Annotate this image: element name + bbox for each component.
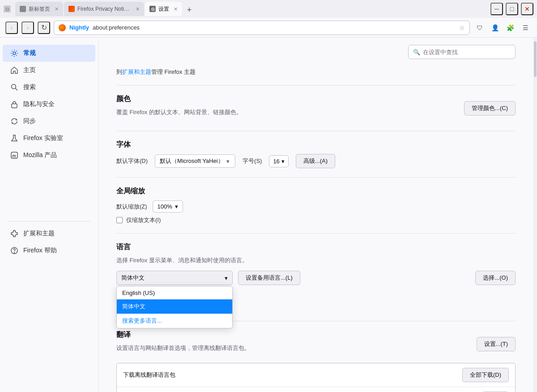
tab-new-tab[interactable]: 新标签页 ✕ [15, 2, 63, 16]
language-section: 语言 选择 Firefox 显示菜单、消息和通知时使用的语言。 简体中文 ▾ E… [116, 243, 516, 285]
tab-privacy[interactable]: Firefox Privacy Notice — Mo... ✕ [64, 2, 144, 16]
choose-language-button[interactable]: 选择...(O) [475, 271, 516, 285]
font-default-value: 默认（Microsoft YaHei） [160, 157, 224, 165]
maximize-button[interactable]: □ [506, 3, 518, 15]
font-default-select[interactable]: 默认（Microsoft YaHei） ▾ [155, 154, 235, 168]
color-section-header: 颜色 覆盖 Firefox 的默认文本、网站背景、链接颜色。 管理颜色...(C… [116, 94, 516, 122]
zoom-checkbox-row: 仅缩放文本(I) [116, 216, 516, 224]
sidebar-item-help[interactable]: Firefox 帮助 [3, 242, 95, 259]
forward-button[interactable]: › [21, 21, 34, 34]
translation-title-group: 翻译 设置语言与网站翻译首选项，管理离线翻译语言包。 [116, 330, 250, 358]
browser-window: ⊡ 新标签页 ✕ Firefox Privacy Notice — Mo... … [0, 0, 537, 392]
sidebar-item-mozilla[interactable]: m Mozilla 产品 [3, 147, 95, 164]
restore-down-button[interactable]: ⊡ [4, 5, 11, 13]
address-bar[interactable]: Nightly about:preferences ☆ [54, 21, 470, 35]
font-advanced-button[interactable]: 高级...(A) [296, 154, 335, 168]
extensions-icon[interactable]: 🧩 [504, 21, 516, 34]
search-icon [10, 83, 19, 92]
translation-section-header: 翻译 设置语言与网站翻译首选项，管理离线翻译语言包。 设置...(T) [116, 330, 516, 358]
extensions-themes-link[interactable]: 扩展和主题 [122, 68, 151, 75]
search-box-icon: 🔍 [413, 49, 420, 55]
font-size-arrow-icon: ▾ [281, 158, 285, 165]
translation-desc: 设置语言与网站翻译首选项，管理离线翻译语言包。 [116, 344, 250, 352]
profile-icon[interactable]: 👤 [489, 21, 501, 34]
sync-icon [10, 117, 19, 126]
set-alt-language-button[interactable]: 设置备用语言...(L) [238, 271, 300, 285]
shield-icon[interactable]: 🛡 [473, 21, 486, 34]
zoom-select[interactable]: 100% ▾ [153, 200, 183, 213]
sidebar-item-privacy[interactable]: 隐私与安全 [3, 96, 95, 113]
translation-heading: 翻译 [116, 330, 250, 340]
zoom-text-only-label: 仅缩放文本(I) [126, 216, 161, 224]
translation-settings-button[interactable]: 设置...(T) [477, 337, 516, 351]
color-title: 颜色 覆盖 Firefox 的默认文本、网站背景、链接颜色。 [116, 94, 242, 122]
font-heading: 字体 [116, 140, 516, 149]
zoom-arrow-icon: ▾ [175, 203, 178, 210]
back-button[interactable]: ‹ [5, 21, 18, 34]
translation-download-label: 下载离线翻译语言包 [123, 371, 175, 379]
sidebar-item-sync[interactable]: 同步 [3, 113, 95, 130]
language-current-value: 简体中文 [121, 274, 145, 282]
divider-zoom [116, 233, 516, 234]
tab-close-privacy[interactable]: ✕ [136, 6, 140, 12]
sidebar-item-labs[interactable]: Firefox 实验室 [3, 130, 95, 147]
font-row: 默认字体(D) 默认（Microsoft YaHei） ▾ 字号(S) 16 ▾… [116, 154, 516, 168]
color-heading: 颜色 [116, 94, 242, 104]
tab-favicon-privacy [68, 6, 75, 12]
language-select[interactable]: 简体中文 ▾ [116, 271, 233, 285]
sidebar: 常规 主页 搜索 [0, 38, 98, 392]
tab-settings[interactable]: ⚙ 设置 ✕ [145, 2, 182, 16]
content-area: 🔍 到扩展和主题管理 Firefox 主题 颜色 覆盖 Firefox 的默认文… [98, 38, 533, 392]
new-tab-button[interactable]: + [183, 4, 196, 16]
zoom-text-only-checkbox[interactable] [116, 217, 123, 223]
lang-option-english[interactable]: English (US) [117, 286, 232, 299]
svg-point-8 [14, 252, 15, 253]
language-dropdown: English (US) 简体中文 搜索更多语言... [116, 286, 233, 328]
bookmark-icon[interactable]: ☆ [459, 24, 465, 31]
lang-option-search[interactable]: 搜索更多语言... [117, 314, 232, 328]
minimize-button[interactable]: ─ [490, 3, 503, 15]
gear-icon [10, 49, 19, 58]
settings-search-box[interactable]: 🔍 [408, 45, 516, 59]
settings-search-input[interactable] [423, 49, 511, 55]
translation-box: 下载离线翻译语言包 全部下载(D) 参与后语语 下载 [116, 363, 516, 392]
reload-button[interactable]: ↻ [38, 21, 50, 34]
sidebar-item-label-general: 常规 [23, 49, 36, 57]
sidebar-item-general[interactable]: 常规 [3, 45, 95, 62]
zoom-value: 100% [158, 203, 172, 210]
language-desc: 选择 Firefox 显示菜单、消息和通知时使用的语言。 [116, 256, 516, 264]
font-select-arrow-icon: ▾ [226, 158, 230, 165]
lang-option-chinese[interactable]: 简体中文 [117, 299, 232, 314]
manage-colors-button[interactable]: 管理颜色...(C) [464, 101, 516, 115]
translation-section: 翻译 设置语言与网站翻译首选项，管理离线翻译语言包。 设置...(T) 下载离线… [116, 330, 516, 392]
sidebar-item-label-labs: Firefox 实验室 [23, 134, 63, 142]
window-controls-left: ⊡ [4, 5, 11, 13]
sidebar-item-extensions[interactable]: 扩展和主题 [3, 225, 95, 242]
divider-font [116, 177, 516, 178]
translation-row-download: 下载离线翻译语言包 全部下载(D) [117, 363, 515, 387]
font-size-select[interactable]: 16 ▾ [269, 155, 288, 167]
sidebar-item-search[interactable]: 搜索 [3, 79, 95, 96]
scrollbar[interactable] [533, 38, 537, 392]
sidebar-divider [7, 221, 91, 222]
title-bar: ⊡ 新标签页 ✕ Firefox Privacy Notice — Mo... … [0, 0, 537, 18]
menu-icon[interactable]: ☰ [519, 21, 532, 34]
search-bar-container: 🔍 [116, 38, 516, 68]
tab-close-settings[interactable]: ✕ [174, 6, 178, 12]
translation-download-all-button[interactable]: 全部下载(D) [462, 368, 509, 382]
font-size-value: 16 [273, 158, 279, 165]
svg-point-1 [12, 85, 16, 89]
address-url[interactable]: about:preferences [93, 24, 456, 31]
close-button[interactable]: ✕ [521, 3, 533, 15]
scroll-thumb [534, 41, 537, 77]
sidebar-item-label-extensions: 扩展和主题 [23, 230, 55, 238]
zoom-section: 全局缩放 默认缩放(Z) 100% ▾ 仅缩放文本(I) [116, 187, 516, 224]
sidebar-item-home[interactable]: 主页 [3, 62, 95, 79]
address-brand: Nightly [69, 24, 89, 31]
sidebar-item-label-help: Firefox 帮助 [23, 247, 57, 255]
svg-text:m: m [12, 153, 16, 158]
mozilla-icon: m [10, 151, 19, 160]
nav-right-icons: 🛡 👤 🧩 ☰ [473, 21, 532, 34]
sidebar-item-label-mozilla: Mozilla 产品 [23, 151, 57, 159]
tab-close-new-tab[interactable]: ✕ [55, 6, 59, 12]
